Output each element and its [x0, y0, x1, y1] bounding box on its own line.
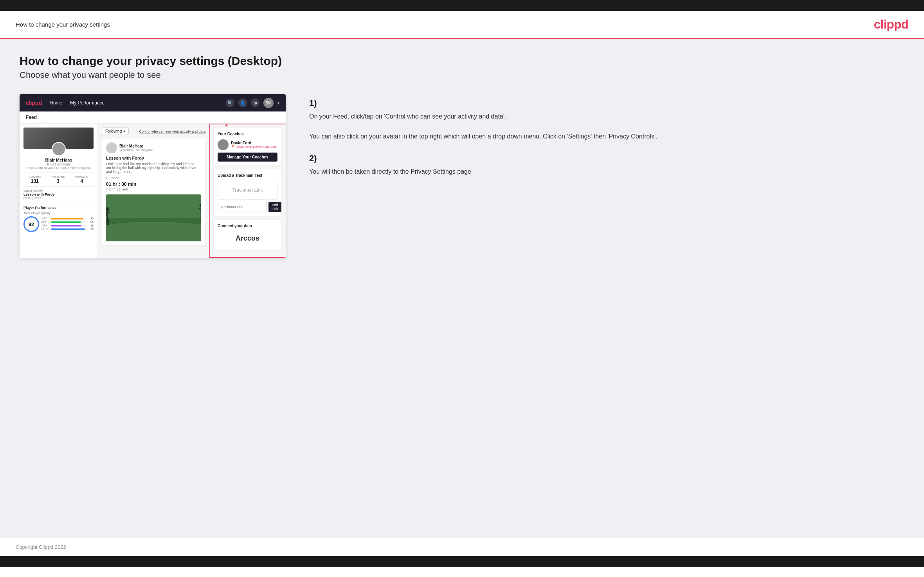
- bar-ott: OTT 90: [41, 217, 94, 220]
- trackman-input-row: Add Link: [218, 202, 277, 212]
- sidebar-stats: Activities 131 Followers 3 Following 4: [23, 172, 94, 187]
- coach-avatar: [218, 139, 229, 150]
- bar-putt-fill: [51, 228, 85, 230]
- manage-coaches-button[interactable]: Manage Your Coaches: [218, 153, 277, 162]
- arccos-label: Arccos: [218, 230, 277, 246]
- bar-putt-label: PUTT: [41, 228, 50, 230]
- post-image-svg: [106, 194, 201, 241]
- stat-activities-label: Activities: [29, 175, 41, 178]
- content-row: clippd Home My Performance 🔍 👤 ⊕ BM ▾ Fe…: [20, 94, 904, 258]
- location-icon: 📍: [231, 145, 235, 149]
- trackman-placeholder: Trackman Link: [232, 187, 263, 193]
- app-main-feed: Following ▾ Control who can see your act…: [98, 124, 209, 258]
- coach-name: David Ford: [231, 141, 276, 145]
- stat-following-value: 4: [75, 178, 88, 184]
- performance-title: Player Performance: [23, 206, 94, 210]
- bar-ott-num: 90: [87, 217, 94, 220]
- sidebar-avatar: [52, 142, 66, 156]
- post-duration-label: Duration: [106, 176, 201, 180]
- app-sidebar: Blair McHarg Plus Handicap Royal North D…: [20, 124, 98, 258]
- app-navbar: clippd Home My Performance 🔍 👤 ⊕ BM ▾: [20, 94, 286, 111]
- post-user-avatar: [106, 142, 117, 153]
- player-performance-section: Player Performance Total Player Quality …: [23, 203, 94, 232]
- connect-title: Connect your data: [218, 224, 277, 228]
- following-button[interactable]: Following ▾: [102, 128, 129, 135]
- trackman-title: Upload a Trackman Test: [218, 173, 277, 178]
- sidebar-username: Blair McHarg: [23, 158, 94, 162]
- bar-putt-num: 96: [87, 228, 94, 230]
- post-duration-value: 01 hr : 30 min: [106, 182, 201, 187]
- clippd-logo: clippd: [874, 17, 908, 32]
- bar-app: APP 85: [41, 221, 94, 223]
- stat-followers-value: 3: [51, 178, 65, 184]
- bar-arg-track: [51, 225, 86, 226]
- svg-rect-11: [199, 208, 202, 209]
- stat-following: Following 4: [75, 175, 88, 184]
- instruction-1: 1) On your Feed, click/tap on 'Control w…: [309, 98, 904, 142]
- avatar-chevron[interactable]: ▾: [277, 101, 279, 105]
- plus-icon[interactable]: ⊕: [251, 99, 259, 107]
- trackman-drop-area[interactable]: Trackman Link: [218, 181, 277, 200]
- bar-arg-label: ARG: [41, 224, 50, 227]
- main-content: How to change your privacy settings (Des…: [0, 39, 924, 537]
- app-demo: clippd Home My Performance 🔍 👤 ⊕ BM ▾ Fe…: [20, 94, 286, 258]
- post-tags: OTT APP: [106, 187, 201, 192]
- site-header: How to change your privacy settings clip…: [0, 11, 924, 39]
- coach-club-text: Royal North Devon Golf Club: [236, 145, 276, 149]
- bar-arg-num: 86: [87, 224, 94, 227]
- bar-ott-label: OTT: [41, 217, 50, 220]
- bar-putt-track: [51, 228, 86, 230]
- bar-ott-fill: [51, 218, 83, 219]
- instructions-panel: 1) On your Feed, click/tap on 'Control w…: [301, 94, 904, 188]
- post-tag-app: APP: [119, 187, 131, 192]
- quality-row: 92 OTT 90 APP: [23, 216, 94, 232]
- person-icon[interactable]: 👤: [238, 99, 247, 107]
- app-logo: clippd: [26, 100, 42, 106]
- coach-info: David Ford 📍 Royal North Devon Golf Club: [231, 141, 276, 149]
- top-bar: [0, 0, 924, 11]
- bar-app-fill: [51, 221, 81, 223]
- post-image: [106, 194, 201, 241]
- post-header: Blair McHarg Yesterday · Sunningdale: [106, 142, 201, 153]
- instruction-2-number: 2): [309, 153, 904, 164]
- post-title: Lesson with Fordy: [106, 156, 201, 160]
- post-user-info: Blair McHarg Yesterday · Sunningdale: [119, 144, 153, 152]
- stat-activities-value: 131: [29, 178, 41, 184]
- app-right-panel: Your Coaches David Ford 📍 Royal North De…: [209, 124, 286, 258]
- app-body: Blair McHarg Plus Handicap Royal North D…: [20, 124, 286, 258]
- instruction-1-text: On your Feed, click/tap on 'Control who …: [309, 111, 904, 142]
- post-tag-ott: OTT: [106, 187, 118, 192]
- stat-activities: Activities 131: [29, 175, 41, 184]
- svg-rect-7: [108, 219, 109, 225]
- post-user-name: Blair McHarg: [119, 144, 153, 148]
- copyright-text: Copyright Clippd 2022: [16, 544, 66, 550]
- sidebar-club: Royal North Devon Golf Club, United King…: [23, 166, 94, 170]
- stat-followers-label: Followers: [51, 175, 65, 178]
- search-icon[interactable]: 🔍: [226, 99, 234, 107]
- annotation-arrow-head: [225, 123, 227, 127]
- user-avatar[interactable]: BM: [263, 98, 274, 108]
- quality-score: 92: [23, 216, 39, 232]
- instruction-2-text: You will then be taken directly to the P…: [309, 167, 904, 177]
- coaches-title: Your Coaches: [218, 132, 277, 136]
- svg-rect-6: [107, 219, 108, 225]
- feed-tab-label[interactable]: Feed: [26, 115, 37, 120]
- page-subtitle: Choose what you want people to see: [20, 70, 904, 80]
- bar-app-track: [51, 221, 86, 223]
- coach-club: 📍 Royal North Devon Golf Club: [231, 145, 276, 149]
- trackman-add-button[interactable]: Add Link: [268, 202, 281, 212]
- stat-followers: Followers 3: [51, 175, 65, 184]
- trackman-link-input[interactable]: [218, 202, 267, 212]
- control-privacy-link[interactable]: Control who can see your activity and da…: [139, 129, 205, 133]
- post-card: Blair McHarg Yesterday · Sunningdale Les…: [102, 138, 205, 246]
- feed-tab-bar: Feed: [20, 111, 286, 124]
- trackman-panel: Upload a Trackman Test Trackman Link Add…: [213, 169, 282, 216]
- post-body: Looking to feel like my hands are exitin…: [106, 162, 201, 174]
- bar-arg-fill: [51, 225, 81, 226]
- page-title: How to change your privacy settings (Des…: [20, 54, 904, 68]
- svg-rect-5: [106, 212, 110, 213]
- connect-data-panel: Connect your data Arccos: [213, 219, 282, 251]
- instruction-1-number: 1): [309, 98, 904, 108]
- bar-app-num: 85: [87, 221, 94, 223]
- feed-controls: Following ▾ Control who can see your act…: [102, 128, 205, 135]
